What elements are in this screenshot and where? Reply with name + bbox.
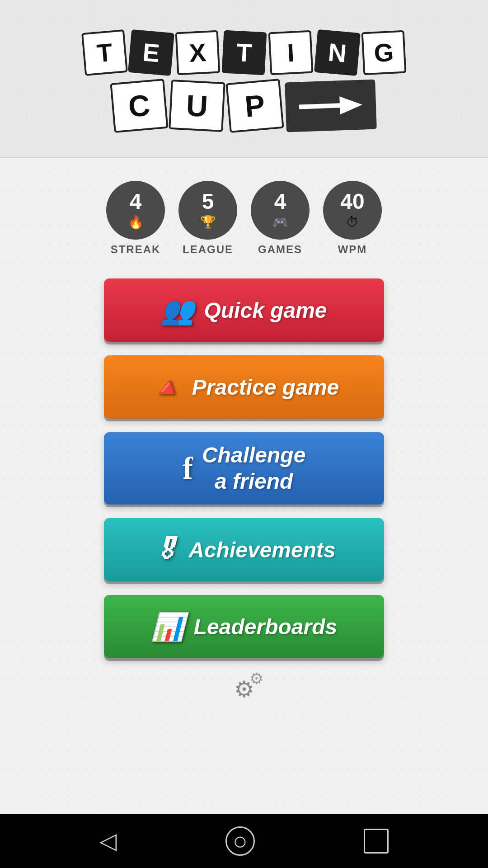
wpm-value: 40 <box>340 191 364 212</box>
leaderboards-button[interactable]: 📊 Leaderboards <box>104 595 384 658</box>
quick-game-button[interactable]: 👥 Quick game <box>104 278 384 342</box>
league-value: 5 <box>202 191 214 212</box>
achievements-label: Achievements <box>188 538 335 562</box>
practice-game-label: Practice game <box>192 375 339 400</box>
logo-letter-n: N <box>314 29 361 76</box>
practice-game-button[interactable]: 🔺 Practice game <box>104 355 384 419</box>
navigation-bar: ◁ ○ <box>0 814 488 868</box>
league-stat: 5 🏆 LEAGUE <box>178 181 237 256</box>
games-stat: 4 🎮 GAMES <box>251 181 310 256</box>
logo-letter-e: E <box>128 29 174 76</box>
leaderboards-icon: 📊 <box>151 611 185 643</box>
logo-letter-i: I <box>268 30 313 75</box>
main-content: 4 🔥 STREAK 5 🏆 LEAGUE 4 🎮 GAMES <box>0 158 488 814</box>
wpm-icon: ⏱ <box>346 215 359 230</box>
games-value: 4 <box>274 191 286 212</box>
logo-letter-t1: T <box>81 29 128 76</box>
logo-letter-t2: T <box>221 30 267 75</box>
recent-apps-icon <box>364 829 389 854</box>
settings-button[interactable]: ⚙ ⚙ <box>234 676 254 703</box>
logo-letter-g: G <box>361 30 406 75</box>
achievements-icon: 🎖 <box>152 534 179 566</box>
quick-game-label: Quick game <box>204 298 327 323</box>
logo-letter-p: P <box>225 79 284 133</box>
challenge-friend-button[interactable]: f Challenge a friend <box>104 432 384 505</box>
settings-area[interactable]: ⚙ ⚙ <box>230 672 259 707</box>
wpm-circle: 40 ⏱ <box>323 181 382 240</box>
logo-letter-u: U <box>169 80 225 132</box>
challenge-friend-icon: f <box>183 450 193 486</box>
league-icon: 🏆 <box>200 215 216 230</box>
league-label: LEAGUE <box>183 243 233 256</box>
leaderboards-label: Leaderboards <box>194 614 337 639</box>
logo: T E X T I N G C U P <box>83 31 405 131</box>
quick-game-icon: 👥 <box>161 294 195 326</box>
logo-arrow <box>285 80 377 132</box>
gear-icon-small: ⚙ <box>249 670 263 688</box>
achievements-button[interactable]: 🎖 Achievements <box>104 518 384 581</box>
stats-row: 4 🔥 STREAK 5 🏆 LEAGUE 4 🎮 GAMES <box>106 181 382 256</box>
logo-letter-c: C <box>110 79 168 133</box>
league-circle: 5 🏆 <box>178 181 237 240</box>
logo-cup-row: C U P <box>112 81 376 131</box>
logo-texting-row: T E X T I N G <box>83 31 405 74</box>
challenge-friend-label: Challenge a friend <box>202 442 305 494</box>
back-button[interactable]: ◁ <box>99 828 117 854</box>
back-icon: ◁ <box>99 828 117 854</box>
games-label: GAMES <box>258 243 302 256</box>
logo-letter-x: X <box>175 30 220 75</box>
home-button[interactable]: ○ <box>225 826 255 856</box>
svg-marker-0 <box>299 96 362 116</box>
streak-circle: 4 🔥 <box>106 181 165 240</box>
streak-icon: 🔥 <box>128 215 144 230</box>
streak-stat: 4 🔥 STREAK <box>106 181 165 256</box>
home-icon: ○ <box>225 826 255 856</box>
games-circle: 4 🎮 <box>251 181 310 240</box>
streak-label: STREAK <box>111 243 161 256</box>
recent-apps-button[interactable] <box>364 829 389 854</box>
streak-value: 4 <box>130 191 142 212</box>
wpm-stat: 40 ⏱ WPM <box>323 181 382 256</box>
header: T E X T I N G C U P <box>0 0 488 158</box>
wpm-label: WPM <box>338 243 367 256</box>
practice-game-icon: 🔺 <box>149 371 183 403</box>
games-icon: 🎮 <box>272 215 288 230</box>
